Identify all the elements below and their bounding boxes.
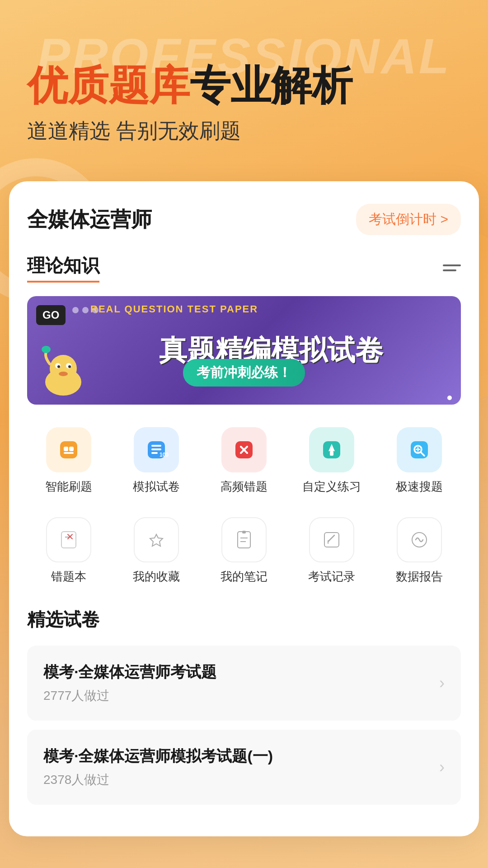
svg-rect-10 — [69, 447, 74, 451]
tool-icon-wrong-book — [46, 517, 91, 562]
feature-icon-mock-exam: 100 — [134, 427, 179, 472]
exam-countdown-button[interactable]: 考试倒计时 > — [356, 204, 461, 235]
hero-section: 优质题库专业解析 道道精选 告别无效刷题 — [0, 0, 488, 172]
tool-icon-exam-record — [309, 517, 354, 562]
feature-icon-quick-search — [397, 427, 442, 472]
feature-label-wrong-questions: 高频错题 — [221, 479, 267, 495]
svg-rect-11 — [64, 452, 74, 454]
feature-icon-smart-drill — [46, 427, 91, 472]
feature-icon-custom-practice — [309, 427, 354, 472]
hero-title: 优质题库专业解析 — [27, 63, 461, 108]
paper-info-1: 模考·全媒体运营师考试题 2777人做过 — [43, 662, 216, 704]
paper-title-1: 模考·全媒体运营师考试题 — [43, 662, 216, 683]
menu-line-1 — [443, 264, 461, 266]
banner-mascot — [36, 346, 90, 400]
tool-item-data-report[interactable]: 数据报告 — [378, 517, 461, 585]
svg-point-6 — [59, 372, 68, 376]
svg-rect-37 — [324, 533, 339, 547]
tool-icon-notes — [221, 517, 267, 562]
banner-tag: REAL QUESTION TEST PAPER — [90, 303, 258, 315]
svg-rect-15 — [151, 452, 158, 454]
svg-rect-8 — [60, 441, 77, 458]
feature-label-mock-exam: 模拟试卷 — [133, 479, 180, 495]
feature-item-smart-drill[interactable]: 智能刷题 — [27, 427, 110, 495]
tool-icon-data-report — [397, 517, 442, 562]
tool-label-data-report: 数据报告 — [396, 569, 443, 585]
svg-point-7 — [42, 346, 51, 353]
tool-label-exam-record: 考试记录 — [308, 569, 355, 585]
svg-rect-14 — [151, 448, 161, 450]
tool-label-notes: 我的笔记 — [221, 569, 267, 585]
banner[interactable]: GO REAL QUESTION TEST PAPER 真题精编模拟试卷 考前冲… — [27, 296, 461, 405]
svg-point-4 — [57, 365, 60, 368]
svg-text:100: 100 — [160, 452, 169, 458]
banner-go-badge: GO — [36, 305, 66, 325]
section-title: 理论知识 — [27, 253, 99, 283]
paper-arrow-1: › — [439, 674, 445, 693]
svg-rect-22 — [330, 451, 333, 456]
tool-label-collection: 我的收藏 — [133, 569, 180, 585]
tool-item-collection[interactable]: 我的收藏 — [115, 517, 198, 585]
feature-item-mock-exam[interactable]: 100 模拟试卷 — [115, 427, 198, 495]
paper-title-2: 模考·全媒体运营师模拟考试题(一) — [43, 746, 273, 767]
svg-marker-32 — [150, 534, 163, 546]
svg-point-5 — [68, 365, 71, 368]
tool-item-wrong-book[interactable]: 错题本 — [27, 517, 110, 585]
feature-icon-wrong-questions — [221, 427, 267, 472]
hero-subtitle: 道道精选 告别无效刷题 — [27, 117, 461, 145]
svg-rect-33 — [238, 532, 250, 548]
paper-card-1[interactable]: 模考·全媒体运营师考试题 2777人做过 › — [27, 646, 461, 721]
card-header: 全媒体运营师 考试倒计时 > — [27, 204, 461, 235]
paper-card-2[interactable]: 模考·全媒体运营师模拟考试题(一) 2378人做过 › — [27, 730, 461, 805]
feature-label-smart-drill: 智能刷题 — [45, 479, 92, 495]
section-header: 理论知识 — [27, 253, 461, 283]
banner-sub-text: 考前冲刺必练！ — [183, 359, 305, 387]
feature-item-custom-practice[interactable]: 自定义练习 — [290, 427, 373, 495]
feature-item-quick-search[interactable]: 极速搜题 — [378, 427, 461, 495]
paper-count-1: 2777人做过 — [43, 687, 216, 704]
paper-info-2: 模考·全媒体运营师模拟考试题(一) 2378人做过 — [43, 746, 273, 788]
paper-arrow-2: › — [439, 758, 445, 777]
feature-grid: 智能刷题 100 模拟试卷 高 — [27, 427, 461, 495]
svg-rect-34 — [242, 531, 246, 533]
feature-label-quick-search: 极速搜题 — [396, 479, 443, 495]
svg-rect-9 — [64, 447, 68, 451]
banner-indicator — [447, 396, 452, 400]
card-title: 全媒体运营师 — [27, 206, 152, 234]
banner-dot-2 — [82, 307, 89, 313]
feature-item-wrong-questions[interactable]: 高频错题 — [202, 427, 286, 495]
tool-item-notes[interactable]: 我的笔记 — [202, 517, 286, 585]
menu-icon[interactable] — [443, 264, 461, 271]
paper-count-2: 2378人做过 — [43, 771, 273, 788]
banner-dot-1 — [72, 307, 79, 313]
tool-grid: 错题本 我的收藏 我的笔记 — [27, 517, 461, 585]
papers-section-title: 精选试卷 — [27, 607, 461, 632]
menu-line-2 — [443, 269, 456, 271]
svg-point-1 — [50, 355, 77, 382]
main-card: 全媒体运营师 考试倒计时 > 理论知识 GO REAL QUESTION TES… — [9, 181, 479, 836]
hero-title-highlight: 优质题库 — [27, 63, 190, 108]
svg-rect-13 — [151, 445, 161, 447]
svg-rect-28 — [61, 532, 76, 548]
feature-label-custom-practice: 自定义练习 — [302, 479, 361, 495]
tool-label-wrong-book: 错题本 — [51, 569, 86, 585]
hero-title-normal: 专业解析 — [190, 63, 352, 108]
tool-item-exam-record[interactable]: 考试记录 — [290, 517, 373, 585]
tool-icon-collection — [134, 517, 179, 562]
